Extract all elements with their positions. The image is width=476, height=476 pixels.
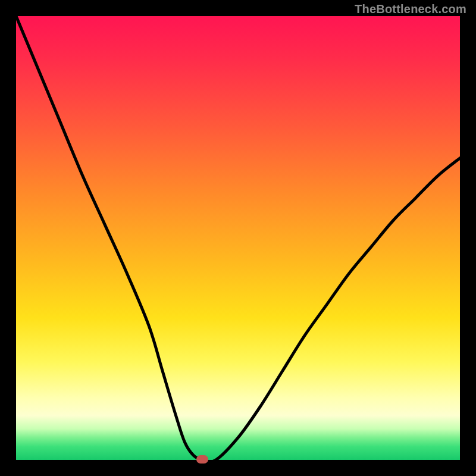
- bottleneck-curve: [16, 16, 460, 460]
- chart-frame: TheBottleneck.com: [0, 0, 476, 476]
- watermark-text: TheBottleneck.com: [355, 2, 466, 16]
- optimal-marker: [196, 455, 208, 464]
- plot-area: [16, 16, 460, 460]
